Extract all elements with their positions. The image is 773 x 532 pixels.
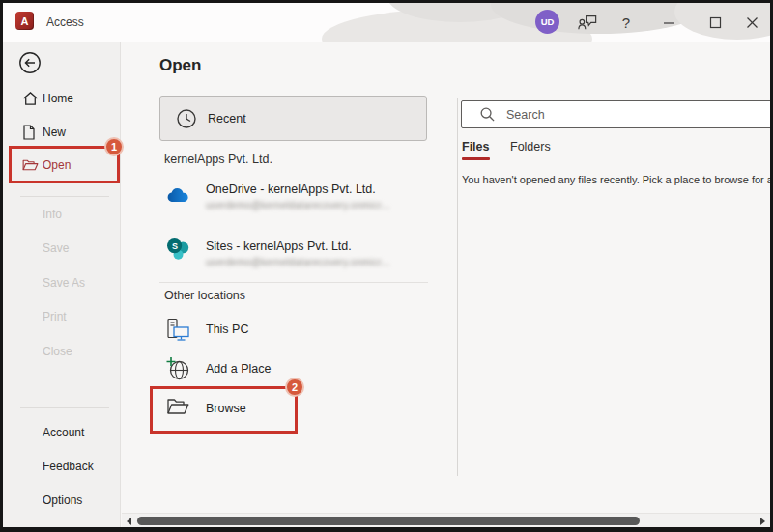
sidebar-item-print: Print bbox=[43, 307, 67, 326]
sidebar-item-options[interactable]: Options bbox=[43, 490, 82, 510]
annotation-box-open bbox=[9, 146, 120, 183]
home-icon bbox=[22, 91, 39, 106]
back-arrow-icon bbox=[18, 51, 42, 74]
place-label: Sites - kernelApps Pvt. Ltd. bbox=[206, 239, 352, 253]
add-place-globe-icon bbox=[166, 357, 190, 381]
scroll-right-arrow[interactable] bbox=[760, 518, 765, 525]
sidebar-item-feedback[interactable]: Feedback bbox=[43, 457, 94, 476]
annotation-step-badge: 2 bbox=[285, 378, 304, 397]
other-locations-title: Other locations bbox=[164, 289, 245, 302]
sidebar-item-new[interactable]: New bbox=[3, 122, 121, 143]
minimize-button[interactable] bbox=[652, 3, 685, 42]
clock-icon bbox=[176, 108, 197, 129]
maximize-icon bbox=[709, 16, 722, 29]
sidebar-item-label: Home bbox=[43, 92, 73, 105]
title-bar: A Access UD ? bbox=[3, 3, 770, 42]
feedback-button[interactable] bbox=[571, 3, 604, 42]
search-input[interactable] bbox=[506, 102, 765, 126]
sidebar-item-account[interactable]: Account bbox=[43, 423, 84, 442]
new-document-icon bbox=[22, 125, 39, 140]
active-tab-indicator bbox=[462, 157, 490, 160]
maximize-button[interactable] bbox=[699, 3, 731, 42]
sidebar-item-save: Save bbox=[43, 238, 69, 258]
place-add-a-place[interactable]: Add a Place bbox=[122, 357, 412, 382]
sidebar-item-label: New bbox=[43, 126, 66, 139]
panel-divider bbox=[457, 98, 458, 476]
scroll-left-arrow[interactable] bbox=[127, 518, 131, 525]
annotation-step-badge: 1 bbox=[104, 137, 124, 156]
this-pc-icon bbox=[166, 318, 191, 342]
section-divider bbox=[159, 282, 428, 283]
recent-button[interactable]: Recent bbox=[159, 96, 427, 141]
back-button[interactable] bbox=[18, 51, 42, 74]
app-title: Access bbox=[46, 15, 84, 29]
horizontal-scrollbar[interactable] bbox=[122, 513, 770, 527]
place-label: This PC bbox=[206, 322, 248, 336]
annotation-box-browse bbox=[150, 386, 298, 434]
help-button[interactable]: ? bbox=[610, 3, 643, 42]
sidebar-item-home[interactable]: Home bbox=[3, 88, 121, 109]
recent-label: Recent bbox=[208, 112, 246, 126]
access-app-icon: A bbox=[15, 12, 34, 30]
minimize-icon bbox=[663, 16, 675, 29]
sharepoint-letter: S bbox=[170, 241, 180, 251]
onedrive-icon bbox=[165, 185, 192, 204]
sidebar-item-info: Info bbox=[43, 205, 62, 224]
place-label: Add a Place bbox=[206, 362, 271, 376]
sidebar-divider bbox=[20, 196, 109, 197]
page-title: Open bbox=[159, 56, 201, 75]
sidebar-divider bbox=[20, 407, 109, 408]
place-email-blurred: userdemo@kerneldatarecovery.onmicr... bbox=[206, 257, 390, 267]
close-button[interactable] bbox=[735, 3, 768, 42]
search-box[interactable] bbox=[461, 100, 772, 128]
sidebar-item-close: Close bbox=[43, 342, 72, 361]
close-icon bbox=[746, 16, 759, 29]
org-section-title: kernelApps Pvt. Ltd. bbox=[164, 153, 272, 166]
sidebar-item-save-as: Save As bbox=[43, 273, 85, 293]
tab-folders[interactable]: Folders bbox=[510, 140, 551, 154]
place-onedrive[interactable]: OneDrive - kernelApps Pvt. Ltd. userdemo… bbox=[122, 182, 450, 221]
user-avatar[interactable]: UD bbox=[535, 10, 559, 34]
search-icon bbox=[479, 106, 496, 123]
feedback-icon bbox=[578, 14, 597, 31]
open-page: Open Recent kernelApps Pvt. Ltd. OneDriv… bbox=[122, 42, 770, 527]
backstage-sidebar: Home New Open 1 Info Save Save As bbox=[3, 42, 121, 527]
scrollbar-thumb[interactable] bbox=[137, 517, 640, 525]
empty-recent-message: You haven't opened any files recently. P… bbox=[462, 174, 773, 185]
place-email-blurred: userdemo@kerneldatarecovery.onmicr... bbox=[206, 200, 390, 210]
sharepoint-icon: S bbox=[166, 238, 189, 261]
tab-files[interactable]: Files bbox=[462, 140, 490, 154]
place-sites[interactable]: S Sites - kernelApps Pvt. Ltd. userdemo@… bbox=[122, 239, 450, 278]
place-this-pc[interactable]: This PC bbox=[122, 318, 412, 343]
access-window: A Access UD ? bbox=[0, 0, 773, 532]
place-label: OneDrive - kernelApps Pvt. Ltd. bbox=[206, 182, 376, 196]
